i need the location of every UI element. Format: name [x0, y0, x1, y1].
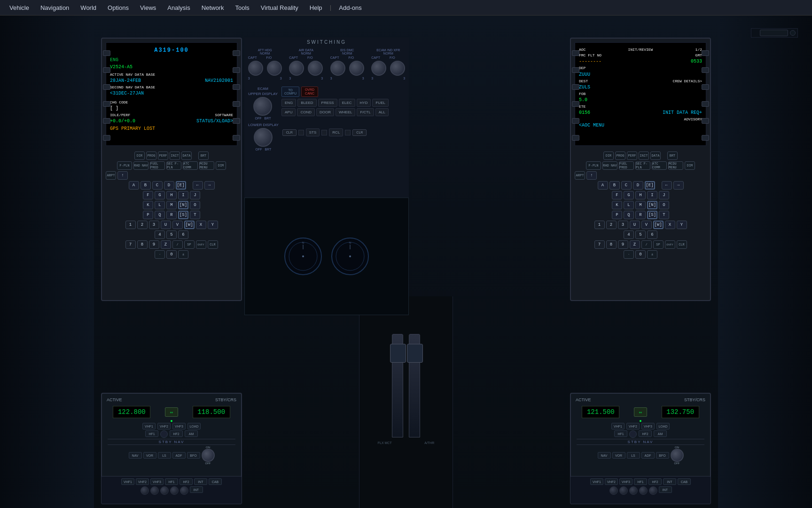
rfmc-key-0[interactable]: 0: [635, 250, 646, 259]
fmc-key-plusminus[interactable]: ±: [178, 250, 188, 259]
rfmc-key-slash[interactable]: /: [641, 240, 652, 249]
throttle-lever-1[interactable]: [392, 334, 403, 437]
rfmc-key-d[interactable]: D: [633, 181, 643, 190]
rfmc-key-l[interactable]: L: [624, 201, 634, 209]
menu-virtual-reality[interactable]: Virtual Reality: [255, 2, 304, 13]
rfmc-arrow-right[interactable]: →: [673, 181, 684, 190]
rfmc-key-n-bracket[interactable]: [N]: [647, 201, 657, 209]
rsk-l6[interactable]: [572, 135, 579, 141]
fmc-key-3[interactable]: 3: [149, 221, 159, 229]
radio-right-vhf2-btn[interactable]: VHF2: [626, 423, 640, 429]
fmc-key-d[interactable]: D: [164, 181, 174, 190]
rfmc-secfpln-btn[interactable]: SEC F-PLN: [635, 161, 650, 170]
bottom-r-knob-4[interactable]: [639, 486, 648, 495]
rsk-l1[interactable]: [572, 50, 579, 56]
ecam-door-btn[interactable]: DOOR: [316, 108, 334, 116]
fmc-key-f[interactable]: F: [143, 191, 153, 199]
rsk-l2[interactable]: [572, 67, 579, 73]
fmc-key-w-bracket[interactable]: [W]: [184, 221, 195, 229]
fmc-key-a[interactable]: A: [129, 181, 139, 190]
fmc-fpln-btn[interactable]: F-PLN: [117, 161, 132, 170]
fmc-key-t[interactable]: T: [190, 211, 200, 219]
radio-right-am-btn[interactable]: AM: [654, 430, 667, 437]
rfmc-brt-btn[interactable]: BRT: [667, 151, 678, 160]
radio-left-vor-btn[interactable]: VOR: [143, 452, 156, 459]
rfmc-key-r[interactable]: R: [635, 211, 646, 219]
radio-left-onoff-knob[interactable]: [202, 449, 215, 462]
throttle-handle-2[interactable]: [407, 344, 423, 363]
bottom-knob-2[interactable]: [150, 486, 159, 495]
fmc-key-z[interactable]: Z: [161, 240, 171, 249]
fmc-key-q[interactable]: Q: [155, 211, 165, 219]
fmc-dir-btn[interactable]: DIR: [134, 151, 145, 160]
fmc-key-5[interactable]: 5: [166, 230, 177, 239]
rfmc-key-w-bracket[interactable]: [W]: [653, 221, 664, 229]
bottom-r-knob-2[interactable]: [619, 486, 628, 495]
rfmc-dim-btn[interactable]: DIM: [685, 161, 695, 170]
rfmc-key-6[interactable]: 6: [647, 230, 657, 239]
radio-left-nav-btn[interactable]: NAV: [129, 452, 142, 459]
fmc-key-j[interactable]: J: [190, 191, 200, 199]
rfmc-key-c[interactable]: C: [621, 181, 632, 190]
rfmc-dir-btn[interactable]: DIR: [603, 151, 614, 160]
fmc-key-slash[interactable]: /: [172, 240, 183, 249]
bottom-r-knob-3[interactable]: [629, 486, 638, 495]
ecam-all-btn[interactable]: ALL: [375, 108, 389, 116]
lsk-l2[interactable]: [103, 67, 110, 73]
ecam-clr-left-btn[interactable]: CLR: [282, 129, 297, 136]
radio-right-bfo-btn[interactable]: BFO: [656, 452, 669, 459]
radio-right-vhf1-btn[interactable]: VHF1: [611, 423, 625, 429]
fmc-key-0[interactable]: 0: [166, 250, 177, 259]
rfmc-key-2[interactable]: 2: [606, 221, 617, 229]
ecam-hyd-btn[interactable]: HYD: [357, 99, 371, 107]
radio-right-nav-btn[interactable]: NAV: [598, 452, 611, 459]
bottom-knob-4[interactable]: [170, 486, 179, 495]
rfmc-prog-btn[interactable]: PROG: [615, 151, 625, 160]
air-data-capt-knob[interactable]: [289, 61, 304, 76]
menu-network[interactable]: Network: [196, 2, 230, 13]
ecam-bleed-btn[interactable]: BLEED: [297, 99, 316, 107]
rfmc-key-a[interactable]: A: [598, 181, 608, 190]
rfmc-key-e-bracket[interactable]: [E]: [645, 181, 655, 190]
fmc-arpt-btn[interactable]: ARPT: [106, 171, 116, 180]
rfmc-key-u[interactable]: U: [630, 221, 640, 229]
bottom-knob-1[interactable]: [141, 486, 149, 495]
rfmc-perf-btn[interactable]: PERF: [627, 151, 637, 160]
fmc-key-u[interactable]: U: [161, 221, 171, 229]
rfmc-key-t[interactable]: T: [659, 211, 669, 219]
rsk-r1[interactable]: [702, 50, 709, 56]
rfmc-key-o[interactable]: O: [659, 201, 669, 209]
throttle-lever-2[interactable]: [409, 334, 420, 437]
rfmc-radnav-btn[interactable]: RAD NAV: [602, 161, 617, 170]
fmc-perf-btn[interactable]: PERF: [158, 151, 168, 160]
fmc-key-sp[interactable]: SP: [184, 240, 195, 249]
radio-right-hf1-knob[interactable]: [629, 430, 637, 438]
rfmc-key-7[interactable]: 7: [594, 240, 605, 249]
radio-left-hf2-btn[interactable]: HF2: [170, 430, 183, 437]
fmc-key-6[interactable]: 6: [178, 230, 188, 239]
ecam-rcl-btn[interactable]: RCL: [329, 128, 343, 136]
radio-right-transfer-btn[interactable]: ⇔: [634, 407, 647, 417]
fmc-key-m[interactable]: M: [166, 201, 177, 209]
fmc-key-9[interactable]: 9: [149, 240, 159, 249]
fmc-key-1[interactable]: 1: [125, 221, 136, 229]
radio-left-transfer-btn[interactable]: ⇔: [165, 407, 178, 417]
fmc-radnav-btn[interactable]: RAD NAV: [133, 161, 148, 170]
bottom-r-hf2-btn[interactable]: HF2: [648, 478, 662, 485]
ecam-lower-knob[interactable]: [254, 128, 273, 147]
ecam-xfr-capt-knob[interactable]: [371, 61, 386, 76]
lsk-r2[interactable]: [233, 67, 240, 73]
bottom-r-vhf3-btn[interactable]: VHF3: [619, 478, 632, 485]
glareshield-knob[interactable]: [790, 30, 796, 36]
radio-left-vhf1-btn[interactable]: VHF1: [142, 423, 156, 429]
fmc-secfpln-btn[interactable]: SEC F-PLN: [166, 161, 181, 170]
rfmc-key-3[interactable]: 3: [618, 221, 628, 229]
fmc-key-ovfy[interactable]: OVFY: [196, 240, 206, 249]
bottom-r-knob-5[interactable]: [649, 486, 657, 495]
to-compu-btn[interactable]: TOCOMPU: [281, 87, 299, 97]
rfmc-key-dot[interactable]: ·: [624, 250, 634, 259]
fmc-dim-btn[interactable]: DIM: [216, 161, 226, 170]
rfmc-key-j[interactable]: J: [659, 191, 669, 199]
rfmc-key-h[interactable]: H: [635, 191, 646, 199]
fmc-key-8[interactable]: 8: [137, 240, 148, 249]
